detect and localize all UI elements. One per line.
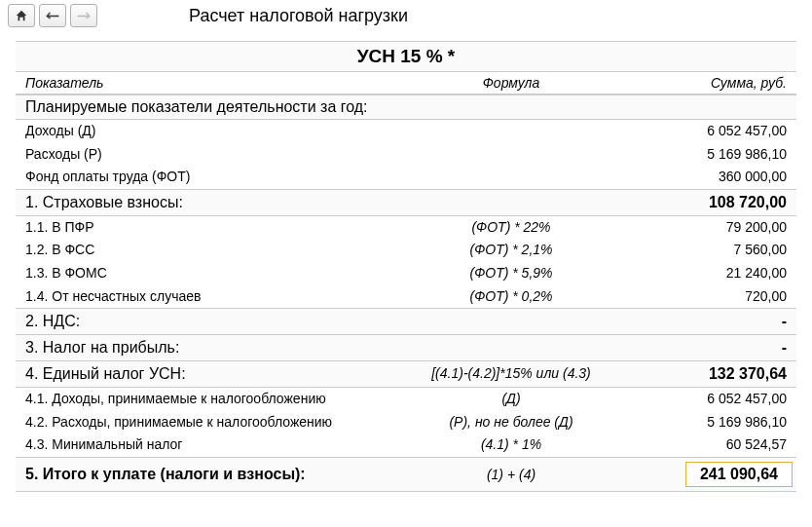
cell-label: 3. Налог на прибыль: [19,339,428,357]
cell-formula: (ФОТ) * 5,9% [428,264,594,283]
cell-formula: (Д) [428,390,594,409]
section-usn: 4. Единый налог УСН: [(4.1)-(4.2)]*15% и… [16,361,796,388]
cell-formula [428,145,594,165]
cell-label: Расходы (Р) [19,145,428,165]
cell-formula [428,339,594,357]
col-header-indicator: Показатель [19,75,428,91]
row-usn-income: 4.1. Доходы, принимаемые к налогообложен… [16,388,796,411]
cell-formula: (ФОТ) * 0,2% [428,287,594,307]
cell-label: 1.1. В ПФР [19,218,428,238]
cell-formula: (Р), но не более (Д) [428,413,594,433]
section-profit-tax: 3. Налог на прибыль: - [16,335,796,361]
cell-value: 6 052 457,00 [594,390,793,409]
row-pfr: 1.1. В ПФР (ФОТ) * 22% 79 200,00 [16,216,796,240]
cell-label: 4. Единый налог УСН: [19,365,428,383]
row-accident: 1.4. От несчастных случаев (ФОТ) * 0,2% … [16,285,796,309]
section-planned-label: Планируемые показатели деятельности за г… [19,98,793,116]
cell-label: 4.3. Минимальный налог [19,435,428,455]
arrow-right-icon: 🡒 [77,8,91,23]
cell-formula: (1) + (4) [428,467,594,482]
cell-value: 79 200,00 [594,218,793,238]
cell-label: 5. Итого к уплате (налоги и взносы): [19,466,428,483]
cell-value: - [594,313,793,330]
cell-formula: [(4.1)-(4.2)]*15% или (4.3) [428,365,594,383]
cell-label: 4.2. Расходы, принимаемые к налогообложе… [19,413,428,433]
cell-value-wrapper: 241 090,64 [594,462,793,487]
cell-value: 132 370,64 [594,365,793,383]
cell-label: 1.3. В ФОМС [19,264,428,283]
cell-value: - [594,339,793,357]
arrow-left-icon: 🡐 [46,8,59,23]
cell-value: 5 169 986,10 [594,413,793,433]
cell-value: 360 000,00 [594,168,793,187]
cell-formula [428,168,594,187]
cell-label: Доходы (Д) [19,122,428,141]
cell-formula: (4.1) * 1% [428,435,594,455]
page-title: Расчет налоговой нагрузки [189,6,408,26]
cell-value: 7 560,00 [594,241,793,260]
cell-value: 6 052 457,00 [594,122,793,141]
column-headers: Показатель Формула Сумма, руб. [16,72,796,94]
cell-formula [428,194,594,211]
cell-label: 1. Страховые взносы: [19,194,428,211]
cell-value: 5 169 986,10 [594,145,793,165]
row-expense: Расходы (Р) 5 169 986,10 [16,143,796,167]
report-body: УСН 15 % * Показатель Формула Сумма, руб… [0,31,812,502]
cell-label: Фонд оплаты труда (ФОТ) [19,168,428,187]
home-button[interactable] [8,4,35,27]
cell-value: 21 240,00 [594,264,793,283]
back-button[interactable]: 🡐 [39,4,66,27]
row-usn-expense: 4.2. Расходы, принимаемые к налогообложе… [16,411,796,434]
cell-label: 4.1. Доходы, принимаемые к налогообложен… [19,390,428,409]
home-icon [15,9,28,22]
cell-formula [428,313,594,330]
cell-label: 2. НДС: [19,313,428,330]
cell-label: 1.2. В ФСС [19,241,428,260]
row-fot: Фонд оплаты труда (ФОТ) 360 000,00 [16,166,796,189]
section-planned: Планируемые показатели деятельности за г… [16,94,796,120]
report-header: УСН 15 % * [16,41,796,72]
row-foms: 1.3. В ФОМС (ФОТ) * 5,9% 21 240,00 [16,262,796,285]
cell-value: 60 524,57 [594,435,793,455]
row-income: Доходы (Д) 6 052 457,00 [16,120,796,143]
section-insurance: 1. Страховые взносы: 108 720,00 [16,189,796,216]
cell-label: 1.4. От несчастных случаев [19,287,428,307]
row-fss: 1.2. В ФСС (ФОТ) * 2,1% 7 560,00 [16,239,796,262]
cell-value: 108 720,00 [594,194,793,211]
cell-formula [428,122,594,141]
cell-value: 720,00 [594,287,793,307]
col-header-sum: Сумма, руб. [594,75,793,91]
toolbar: 🡐 🡒 Расчет налоговой нагрузки [0,0,812,31]
cell-formula: (ФОТ) * 22% [428,218,594,238]
section-total: 5. Итого к уплате (налоги и взносы): (1)… [16,457,796,492]
col-header-formula: Формула [428,75,594,91]
section-nds: 2. НДС: - [16,308,796,335]
row-min-tax: 4.3. Минимальный налог (4.1) * 1% 60 524… [16,433,796,457]
cell-formula: (ФОТ) * 2,1% [428,241,594,260]
total-highlight: 241 090,64 [685,462,793,487]
forward-button[interactable]: 🡒 [70,4,97,27]
